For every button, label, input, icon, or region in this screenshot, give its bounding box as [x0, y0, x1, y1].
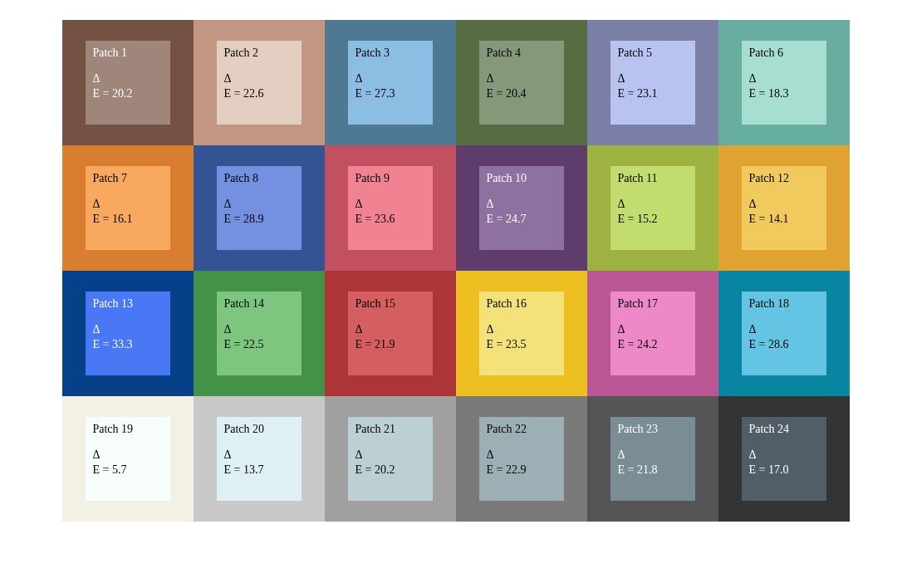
- patch-cell: Patch 6ΔE = 18.3: [718, 20, 850, 145]
- patch-inner: Patch 5ΔE = 23.1: [610, 41, 694, 125]
- patch-cell: Patch 2ΔE = 22.6: [194, 20, 325, 145]
- patch-cell: Patch 17ΔE = 24.2: [587, 271, 718, 396]
- delta-e-value: E = 23.5: [486, 337, 557, 352]
- patch-cell: Patch 1ΔE = 20.2: [62, 20, 194, 145]
- patch-label: Patch 16: [486, 296, 557, 311]
- patch-label: Patch 11: [617, 171, 688, 186]
- patch-cell: Patch 5ΔE = 23.1: [587, 20, 718, 145]
- patch-cell: Patch 12ΔE = 14.1: [718, 145, 850, 271]
- patch-inner: Patch 8ΔE = 28.9: [217, 166, 301, 250]
- patch-label: Patch 22: [486, 422, 557, 437]
- patch-inner: Patch 7ΔE = 16.1: [86, 166, 169, 250]
- delta-symbol: Δ: [748, 322, 819, 337]
- patch-label: Patch 6: [748, 46, 819, 61]
- patch-label: Patch 1: [92, 46, 163, 61]
- patch-cell: Patch 14ΔE = 22.5: [194, 271, 325, 396]
- patch-inner: Patch 18ΔE = 28.6: [742, 292, 826, 375]
- patch-cell: Patch 16ΔE = 23.5: [456, 271, 587, 396]
- patch-cell: Patch 18ΔE = 28.6: [718, 271, 850, 396]
- patch-cell: Patch 23ΔE = 21.8: [587, 396, 718, 522]
- patch-inner: Patch 3ΔE = 27.3: [348, 41, 432, 125]
- delta-e-value: E = 33.3: [92, 337, 163, 352]
- delta-symbol: Δ: [486, 71, 557, 86]
- delta-e-value: E = 18.3: [748, 86, 819, 101]
- patch-cell: Patch 19ΔE = 5.7: [62, 396, 194, 522]
- patch-label: Patch 10: [486, 171, 557, 186]
- patch-cell: Patch 7ΔE = 16.1: [62, 145, 194, 271]
- patch-label: Patch 18: [748, 296, 819, 311]
- delta-e-value: E = 27.3: [355, 86, 425, 101]
- delta-e-value: E = 23.6: [355, 212, 425, 227]
- delta-symbol: Δ: [223, 197, 294, 212]
- delta-e-value: E = 21.8: [617, 463, 688, 478]
- patch-label: Patch 12: [748, 171, 819, 186]
- patch-inner: Patch 4ΔE = 20.4: [479, 41, 563, 125]
- delta-symbol: Δ: [617, 71, 688, 86]
- patch-inner: Patch 24ΔE = 17.0: [742, 417, 826, 501]
- delta-symbol: Δ: [92, 322, 163, 337]
- patch-cell: Patch 20ΔE = 13.7: [194, 396, 325, 522]
- delta-symbol: Δ: [617, 448, 688, 463]
- delta-e-value: E = 20.4: [486, 86, 557, 101]
- delta-e-value: E = 20.2: [92, 86, 163, 101]
- delta-symbol: Δ: [92, 448, 163, 463]
- patch-label: Patch 2: [223, 46, 294, 61]
- patch-label: Patch 4: [486, 46, 557, 61]
- delta-symbol: Δ: [748, 71, 819, 86]
- delta-e-value: E = 22.6: [223, 86, 294, 101]
- patch-label: Patch 15: [355, 296, 425, 311]
- patch-label: Patch 7: [92, 171, 163, 186]
- patch-label: Patch 17: [617, 296, 688, 311]
- patch-inner: Patch 15ΔE = 21.9: [348, 292, 432, 375]
- patch-inner: Patch 16ΔE = 23.5: [479, 292, 563, 375]
- patch-inner: Patch 6ΔE = 18.3: [742, 41, 826, 125]
- patch-inner: Patch 21ΔE = 20.2: [348, 417, 432, 501]
- delta-e-value: E = 20.2: [355, 463, 425, 478]
- patch-cell: Patch 24ΔE = 17.0: [718, 396, 850, 522]
- patch-label: Patch 24: [748, 422, 819, 437]
- patch-cell: Patch 10ΔE = 24.7: [456, 145, 587, 271]
- patch-grid: Patch 1ΔE = 20.2Patch 2ΔE = 22.6Patch 3Δ…: [62, 20, 850, 522]
- delta-symbol: Δ: [355, 448, 425, 463]
- patch-inner: Patch 2ΔE = 22.6: [217, 41, 301, 125]
- patch-inner: Patch 22ΔE = 22.9: [479, 417, 563, 501]
- delta-symbol: Δ: [223, 322, 294, 337]
- patch-cell: Patch 21ΔE = 20.2: [325, 396, 456, 522]
- patch-inner: Patch 1ΔE = 20.2: [86, 41, 169, 125]
- delta-symbol: Δ: [748, 197, 819, 212]
- patch-inner: Patch 17ΔE = 24.2: [610, 292, 694, 375]
- delta-symbol: Δ: [223, 448, 294, 463]
- delta-e-value: E = 24.2: [617, 337, 688, 352]
- patch-label: Patch 14: [223, 296, 294, 311]
- patch-cell: Patch 11ΔE = 15.2: [587, 145, 718, 271]
- delta-e-value: E = 24.7: [486, 212, 557, 227]
- patch-inner: Patch 13ΔE = 33.3: [86, 292, 169, 375]
- patch-cell: Patch 8ΔE = 28.9: [194, 145, 325, 271]
- patch-label: Patch 23: [617, 422, 688, 437]
- patch-cell: Patch 3ΔE = 27.3: [325, 20, 456, 145]
- patch-label: Patch 19: [92, 422, 163, 437]
- patch-inner: Patch 12ΔE = 14.1: [742, 166, 826, 250]
- delta-symbol: Δ: [92, 197, 163, 212]
- patch-label: Patch 8: [223, 171, 294, 186]
- delta-e-value: E = 23.1: [617, 86, 688, 101]
- delta-symbol: Δ: [617, 322, 688, 337]
- delta-e-value: E = 5.7: [92, 463, 163, 478]
- patch-label: Patch 9: [355, 171, 425, 186]
- patch-label: Patch 21: [355, 422, 425, 437]
- delta-e-value: E = 16.1: [92, 212, 163, 227]
- patch-inner: Patch 14ΔE = 22.5: [217, 292, 301, 375]
- patch-label: Patch 13: [92, 296, 163, 311]
- delta-e-value: E = 15.2: [617, 212, 688, 227]
- patch-label: Patch 20: [223, 422, 294, 437]
- patch-inner: Patch 9ΔE = 23.6: [348, 166, 432, 250]
- delta-symbol: Δ: [486, 197, 557, 212]
- delta-e-value: E = 17.0: [748, 463, 819, 478]
- delta-e-value: E = 22.9: [486, 463, 557, 478]
- delta-symbol: Δ: [355, 322, 425, 337]
- delta-symbol: Δ: [355, 197, 425, 212]
- delta-symbol: Δ: [223, 71, 294, 86]
- delta-symbol: Δ: [748, 448, 819, 463]
- patch-inner: Patch 10ΔE = 24.7: [479, 166, 563, 250]
- delta-e-value: E = 21.9: [355, 337, 425, 352]
